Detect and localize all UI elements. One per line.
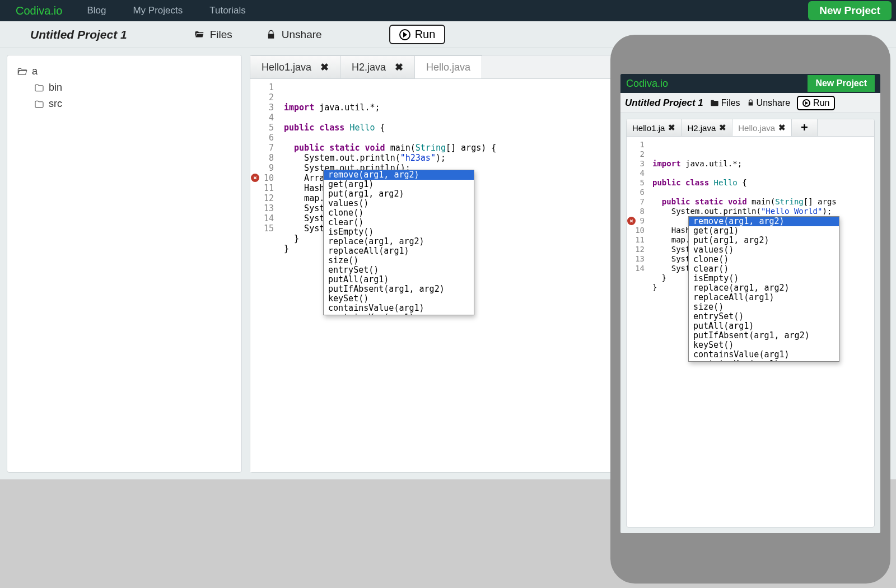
code-line[interactable]: public static void main(String[] args	[652, 197, 870, 207]
line-number: 10	[627, 226, 645, 235]
tree-root[interactable]: a	[17, 63, 231, 80]
phone-screen: Codiva.io New Project Untitled Project 1…	[620, 74, 880, 533]
line-number: 11	[627, 235, 645, 245]
phone-logo[interactable]: Codiva.io	[626, 78, 668, 90]
nav-my-projects[interactable]: My Projects	[119, 5, 196, 16]
tab[interactable]: Hello.java	[415, 55, 482, 78]
tab-label: Hello1.ja	[632, 123, 665, 133]
line-number: 11	[250, 183, 274, 193]
autocomplete-item[interactable]: isEmpty()	[689, 274, 839, 283]
files-button[interactable]: Files	[194, 29, 232, 41]
autocomplete-item[interactable]: keySet()	[689, 340, 839, 350]
autocomplete-item[interactable]: replaceAll(arg1)	[689, 293, 839, 302]
autocomplete-item[interactable]: clone()	[324, 208, 474, 218]
tab[interactable]: H2.java✖	[682, 119, 732, 136]
tab[interactable]: H2.java✖	[340, 55, 415, 78]
autocomplete-item[interactable]: get(arg1)	[324, 180, 474, 189]
phone-project-title: Untitled Project 1	[625, 97, 703, 109]
autocomplete-item[interactable]: size()	[689, 302, 839, 312]
line-number: 5	[250, 123, 274, 133]
new-tab-button[interactable]: +	[792, 119, 818, 136]
tree-item-src[interactable]: src	[17, 96, 231, 112]
line-number: 3	[627, 159, 645, 169]
autocomplete-item[interactable]: get(arg1)	[689, 226, 839, 236]
tab-label: Hello.java	[738, 123, 775, 133]
autocomplete-item[interactable]: values()	[324, 199, 474, 208]
code-line[interactable]	[652, 169, 870, 178]
close-icon[interactable]: ✖	[668, 123, 675, 133]
line-number: 8	[250, 153, 274, 163]
run-button[interactable]: Run	[389, 25, 446, 44]
autocomplete-item[interactable]: entrySet()	[324, 265, 474, 275]
code-line[interactable]: System.out.println("Hello World");	[652, 207, 870, 216]
autocomplete-item[interactable]: values()	[689, 245, 839, 255]
autocomplete-item[interactable]: putAll(arg1)	[324, 275, 474, 284]
tab[interactable]: Hello1.java✖	[250, 55, 340, 78]
phone-files-button[interactable]: Files	[710, 98, 740, 108]
autocomplete-item[interactable]: putAll(arg1)	[689, 321, 839, 331]
autocomplete-item[interactable]: clear()	[689, 264, 839, 274]
phone-mockup: Codiva.io New Project Untitled Project 1…	[610, 35, 890, 584]
close-icon[interactable]: ✖	[719, 123, 726, 133]
phone-run-label: Run	[813, 98, 829, 108]
autocomplete-popup[interactable]: remove(arg1, arg2)get(arg1)put(arg1, arg…	[323, 170, 474, 315]
autocomplete-item[interactable]: containsKey(arg1)	[689, 360, 839, 362]
error-icon[interactable]: ×	[627, 217, 636, 225]
line-number: 3	[250, 102, 274, 113]
close-icon[interactable]: ✖	[395, 61, 403, 73]
logo[interactable]: Codiva.io	[4, 4, 73, 17]
autocomplete-item[interactable]: replaceAll(arg1)	[324, 246, 474, 256]
phone-new-project-button[interactable]: New Project	[808, 75, 875, 92]
autocomplete-item[interactable]: remove(arg1, arg2)	[324, 170, 474, 180]
line-number: 1	[627, 140, 645, 150]
close-icon[interactable]: ✖	[320, 61, 329, 73]
line-number: 14	[250, 213, 274, 223]
unshare-button[interactable]: Unshare	[266, 29, 322, 41]
file-tree: a bin src	[7, 55, 242, 473]
line-number: 14	[627, 264, 645, 273]
code-line[interactable]: import java.util.*;	[652, 159, 870, 169]
autocomplete-item[interactable]: clone()	[689, 255, 839, 264]
tab[interactable]: Hello.java✖	[732, 119, 792, 136]
autocomplete-item[interactable]: remove(arg1, arg2)	[689, 217, 839, 226]
tab-label: H2.java	[352, 62, 386, 73]
phone-line-gutter: 123456789×1011121314	[627, 137, 648, 527]
nav-tutorials[interactable]: Tutorials	[196, 5, 259, 16]
new-project-button[interactable]: New Project	[808, 1, 892, 20]
line-number: 9	[250, 163, 274, 173]
autocomplete-item[interactable]: entrySet()	[689, 312, 839, 321]
nav-blog[interactable]: Blog	[73, 5, 119, 16]
autocomplete-item[interactable]: containsKey(arg1)	[324, 313, 474, 315]
close-icon[interactable]: ✖	[778, 123, 786, 133]
tree-item-bin[interactable]: bin	[17, 80, 231, 96]
code-line[interactable]: public class Hello {	[652, 178, 870, 188]
autocomplete-item[interactable]: isEmpty()	[324, 227, 474, 237]
phone-code-editor[interactable]: 123456789×1011121314 import java.util.*;…	[627, 137, 874, 527]
phone-editor-tabs: Hello1.ja✖H2.java✖Hello.java✖+	[627, 119, 874, 137]
phone-autocomplete-popup[interactable]: remove(arg1, arg2)get(arg1)put(arg1, arg…	[688, 216, 839, 362]
phone-code-lines[interactable]: import java.util.*; public class Hello {…	[648, 137, 874, 527]
folder-icon	[710, 99, 719, 107]
line-number: 5	[627, 178, 645, 188]
phone-run-button[interactable]: Run	[797, 96, 835, 110]
line-number: 12	[250, 193, 274, 203]
line-number: 4	[250, 113, 274, 123]
tab[interactable]: Hello1.ja✖	[627, 119, 682, 136]
error-icon[interactable]: ×	[251, 174, 259, 182]
phone-top-navbar: Codiva.io New Project	[620, 74, 880, 93]
autocomplete-item[interactable]: size()	[324, 256, 474, 265]
autocomplete-item[interactable]: put(arg1, arg2)	[324, 189, 474, 199]
autocomplete-item[interactable]: putIfAbsent(arg1, arg2)	[324, 284, 474, 294]
autocomplete-item[interactable]: put(arg1, arg2)	[689, 236, 839, 245]
autocomplete-item[interactable]: replace(arg1, arg2)	[324, 237, 474, 246]
phone-unshare-button[interactable]: Unshare	[747, 98, 790, 108]
tab-label: Hello1.java	[262, 62, 311, 73]
code-line[interactable]	[652, 188, 870, 197]
autocomplete-item[interactable]: keySet()	[324, 294, 474, 304]
autocomplete-item[interactable]: containsValue(arg1)	[324, 304, 474, 313]
folder-icon	[34, 84, 44, 92]
autocomplete-item[interactable]: replace(arg1, arg2)	[689, 283, 839, 293]
autocomplete-item[interactable]: containsValue(arg1)	[689, 350, 839, 360]
autocomplete-item[interactable]: clear()	[324, 218, 474, 227]
autocomplete-item[interactable]: putIfAbsent(arg1, arg2)	[689, 331, 839, 340]
